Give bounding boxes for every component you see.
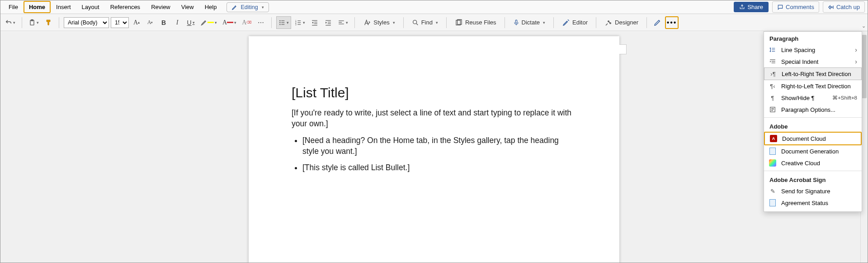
font-name-select[interactable]: Arial (Body) (64, 17, 109, 28)
chevron-down-icon: ▾ (234, 20, 236, 25)
bullets-icon (278, 19, 286, 26)
highlight-button[interactable]: ▾ (198, 16, 219, 29)
svg-text:3: 3 (295, 23, 297, 25)
menu-view[interactable]: View (176, 1, 199, 13)
menu-divider (764, 117, 862, 118)
rtl-icon: ¶‹ (769, 82, 777, 90)
more-commands-menu: Paragraph Line Spacing › Special Indent … (764, 31, 862, 212)
styles-button[interactable]: Styles ▾ (359, 19, 398, 26)
bullets-button[interactable]: ▾ (276, 16, 291, 29)
chevron-down-icon: ▾ (346, 20, 348, 25)
menu-home[interactable]: Home (24, 1, 51, 13)
menu-divider (764, 171, 862, 171)
menu-file[interactable]: File (3, 1, 24, 13)
shrink-font-button[interactable]: A▾ (144, 16, 156, 29)
svg-rect-5 (282, 22, 285, 23)
svg-rect-13 (298, 24, 301, 24)
pen-icon (654, 19, 661, 26)
ltr-icon: ›¶ (769, 70, 777, 77)
more-commands-button[interactable]: ••• (665, 16, 679, 29)
more-font-button[interactable]: ⋯ (255, 16, 267, 29)
editor-icon (562, 19, 570, 26)
menu-document-cloud[interactable]: A Document Cloud (764, 132, 862, 145)
menu-label: Right-to-Left Text Direction (781, 83, 851, 90)
svg-rect-18 (326, 20, 331, 20)
menu-show-hide[interactable]: ¶ Show/Hide ¶ ⌘+Shift+8 (764, 92, 862, 104)
doc-intro[interactable]: [If you're ready to write, just select a… (292, 108, 576, 129)
menu-layout[interactable]: Layout (76, 1, 105, 13)
editor-button[interactable]: Editor (558, 19, 591, 26)
designer-button[interactable]: Designer (601, 19, 642, 26)
doc-bullet[interactable]: [Need a heading? On the Home tab, in the… (302, 135, 576, 157)
menu-ltr-direction[interactable]: ›¶ Left-to-Right Text Direction (764, 67, 862, 80)
svg-rect-11 (298, 22, 301, 23)
chevron-down-icon: ▾ (287, 20, 289, 25)
signature-icon: ✎ (769, 187, 777, 195)
decrease-indent-button[interactable] (309, 16, 321, 29)
catchup-button[interactable]: Catch up (823, 1, 865, 13)
undo-button[interactable]: ▾ (3, 16, 17, 29)
designer-icon (604, 19, 613, 26)
menu-insert[interactable]: Insert (51, 1, 76, 13)
menu-shortcut: ⌘+Shift+8 (832, 95, 857, 101)
menu-paragraph-options[interactable]: Paragraph Options... (764, 104, 862, 115)
svg-rect-16 (314, 23, 317, 24)
svg-rect-31 (770, 59, 775, 60)
reuse-files-button[interactable]: Reuse Files (451, 19, 500, 26)
chevron-down-icon: ▾ (193, 20, 195, 25)
italic-button[interactable]: I (171, 16, 183, 29)
undo-icon (5, 19, 12, 26)
menu-label: Special Indent (781, 58, 818, 65)
editing-mode-label: Editing (241, 4, 258, 10)
doc-bullet[interactable]: [This style is called List Bullet.] (302, 163, 576, 173)
comments-button[interactable]: Comments (772, 1, 819, 13)
menu-document-generation[interactable]: Document Generation (764, 145, 862, 157)
reuse-label: Reuse Files (465, 19, 496, 26)
dictate-button[interactable]: Dictate ▾ (509, 19, 549, 27)
menu-references[interactable]: References (105, 1, 146, 13)
menu-rtl-direction[interactable]: ¶‹ Right-to-Left Text Direction (764, 80, 862, 92)
menu-label: Document Generation (781, 148, 839, 155)
menu-special-indent[interactable]: Special Indent › (764, 56, 862, 67)
numbering-button[interactable]: 123▾ (293, 16, 307, 29)
underline-button[interactable]: U▾ (185, 16, 197, 29)
font-color-button[interactable]: A▾ (221, 16, 238, 29)
svg-rect-9 (298, 20, 301, 21)
share-button[interactable]: Share (734, 2, 769, 12)
svg-rect-28 (515, 20, 517, 23)
clipboard-icon (28, 19, 36, 27)
menu-review[interactable]: Review (146, 1, 176, 13)
menu-label: Creative Cloud (781, 160, 820, 167)
format-painter-button[interactable] (42, 16, 54, 29)
menu-group-adobe: Adobe (764, 120, 862, 132)
menu-help[interactable]: Help (199, 1, 222, 13)
comments-label: Comments (786, 4, 814, 10)
line-spacing-icon (769, 46, 777, 53)
chevron-down-icon: ▾ (436, 20, 438, 25)
menu-creative-cloud[interactable]: Creative Cloud (764, 157, 862, 169)
share-label: Share (747, 4, 763, 10)
page-header-tab[interactable] (619, 44, 627, 54)
menu-label: Send for Signature (781, 188, 830, 195)
clear-formatting-button[interactable]: A⌫ (240, 16, 253, 29)
document-page[interactable]: [List Title] [If you're ready to write, … (249, 36, 619, 263)
menu-label: Paragraph Options... (781, 106, 835, 113)
ribbon-expand-button[interactable]: ⌄ (862, 23, 866, 29)
styles-label: Styles (373, 19, 389, 26)
menu-line-spacing[interactable]: Line Spacing › (764, 44, 862, 56)
scrollbar-thumb[interactable] (862, 35, 867, 98)
find-button[interactable]: Find ▾ (408, 19, 442, 26)
svg-rect-23 (339, 22, 342, 22)
menu-agreement-status[interactable]: Agreement Status (764, 197, 862, 209)
editing-mode-button[interactable]: Editing ▾ (226, 2, 269, 12)
document-icon (769, 148, 777, 155)
ink-button[interactable] (651, 16, 663, 29)
increase-indent-button[interactable] (322, 16, 334, 29)
bold-button[interactable]: B (158, 16, 170, 29)
font-size-select[interactable]: 15 (111, 17, 129, 28)
paste-button[interactable]: ▾ (27, 16, 41, 29)
align-button[interactable]: ▾ (336, 16, 350, 29)
menu-send-signature[interactable]: ✎ Send for Signature (764, 185, 862, 197)
doc-title[interactable]: [List Title] (292, 85, 576, 100)
grow-font-button[interactable]: A▴ (131, 16, 142, 29)
